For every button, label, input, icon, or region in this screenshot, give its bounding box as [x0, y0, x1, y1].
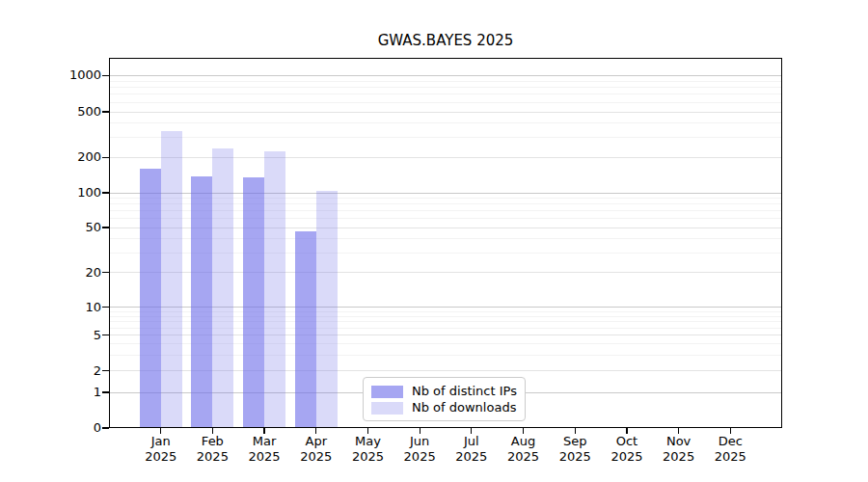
legend-label-distinct-ips: Nb of distinct IPs [412, 384, 517, 399]
y-tick-label: 200 [29, 148, 101, 166]
x-tick-month: Dec [692, 434, 769, 449]
plot-frame [109, 58, 782, 428]
y-tick-mark [102, 111, 109, 112]
y-tick-mark [102, 192, 109, 193]
legend-swatch-downloads [371, 402, 403, 415]
y-tick-mark [102, 272, 109, 273]
y-tick-mark [102, 307, 109, 308]
x-tick-label: Dec2025 [692, 434, 769, 465]
y-tick-label: 1 [29, 384, 101, 401]
y-tick-label: 20 [29, 264, 101, 281]
y-tick-label: 1000 [29, 67, 101, 84]
legend-item-downloads: Nb of downloads [371, 400, 517, 415]
legend-swatch-distinct-ips [371, 386, 403, 398]
y-tick-label: 100 [29, 184, 101, 201]
legend: Nb of distinct IPs Nb of downloads [363, 377, 526, 421]
chart-title: GWAS.BAYES 2025 [109, 32, 782, 49]
chart-figure: GWAS.BAYES 2025 01251020501002005001000J… [0, 0, 868, 482]
y-tick-mark [102, 391, 109, 392]
y-tick-mark [102, 157, 109, 158]
y-tick-mark [102, 427, 109, 428]
y-tick-mark [102, 370, 109, 371]
y-tick-label: 2 [29, 362, 101, 380]
y-tick-label: 5 [29, 327, 101, 344]
y-tick-mark [102, 75, 109, 76]
legend-item-distinct-ips: Nb of distinct IPs [371, 384, 517, 399]
y-tick-label: 0 [29, 419, 101, 437]
legend-label-downloads: Nb of downloads [412, 400, 516, 415]
y-tick-mark [102, 227, 109, 228]
y-tick-mark [102, 335, 109, 335]
y-tick-label: 50 [29, 219, 101, 236]
y-tick-label: 10 [29, 299, 101, 316]
y-tick-label: 500 [29, 103, 101, 120]
x-tick-year: 2025 [692, 449, 769, 465]
